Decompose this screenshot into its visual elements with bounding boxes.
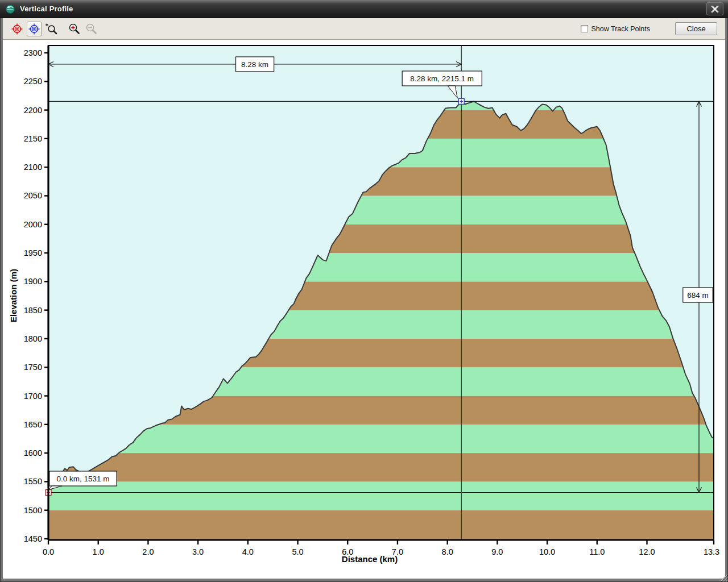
zoom-out-tool-button[interactable]: [84, 22, 98, 36]
show-track-points-field[interactable]: Show Track Points: [581, 25, 650, 33]
toolbar: Show Track Points Close: [3, 18, 725, 40]
svg-text:2150: 2150: [24, 134, 42, 143]
resize-grip-icon: [718, 572, 728, 582]
span-distance-label: 8.28 km: [236, 57, 274, 72]
svg-text:1600: 1600: [24, 448, 42, 458]
svg-text:2300: 2300: [24, 48, 42, 57]
toolbar-right-group: Show Track Points Close: [581, 22, 717, 35]
vertical-profile-chart[interactable]: 8.28 km684 m8.28 km, 2215.1 m0.0 km, 153…: [3, 40, 725, 579]
svg-text:8.28 km: 8.28 km: [241, 60, 268, 69]
show-track-points-label: Show Track Points: [591, 25, 650, 33]
svg-text:1650: 1650: [24, 420, 42, 429]
svg-text:1900: 1900: [24, 277, 42, 286]
svg-text:10.0: 10.0: [539, 547, 555, 556]
svg-text:11.0: 11.0: [589, 547, 605, 556]
svg-text:4.0: 4.0: [242, 547, 254, 556]
svg-text:0.0: 0.0: [43, 547, 54, 556]
svg-text:2200: 2200: [24, 106, 42, 115]
svg-text:9.0: 9.0: [491, 547, 503, 556]
resize-grip[interactable]: [718, 572, 728, 582]
svg-text:1550: 1550: [24, 477, 42, 486]
svg-text:8.0: 8.0: [442, 547, 453, 556]
red-crosshair-icon: [11, 23, 23, 35]
y-axis-title: Elevation (m): [9, 269, 18, 322]
titlebar: Vertical Profile: [0, 0, 728, 18]
start-point-label: 0.0 km, 1531 m: [49, 471, 117, 486]
zoom-out-icon: [85, 23, 97, 35]
peak-point-marker: [458, 98, 464, 104]
svg-text:684 m: 684 m: [687, 291, 709, 300]
close-button[interactable]: Close: [675, 22, 717, 35]
vertical-profile-window: Vertical Profile: [0, 0, 728, 582]
svg-text:1700: 1700: [24, 392, 42, 401]
svg-text:0.0 km, 1531 m: 0.0 km, 1531 m: [56, 475, 109, 483]
svg-text:2250: 2250: [24, 77, 42, 86]
measure-tool-red-button[interactable]: [10, 22, 24, 36]
app-icon: [5, 4, 15, 14]
svg-text:1450: 1450: [24, 534, 42, 543]
svg-text:1800: 1800: [24, 334, 42, 343]
x-axis-title: Distance (km): [342, 554, 398, 564]
window-title: Vertical Profile: [20, 5, 73, 13]
zoom-track-tool-button[interactable]: [44, 22, 59, 36]
svg-text:5.0: 5.0: [292, 547, 303, 556]
svg-text:1950: 1950: [24, 248, 42, 257]
svg-text:2050: 2050: [24, 191, 42, 200]
svg-text:1850: 1850: [24, 306, 42, 315]
svg-text:1750: 1750: [24, 363, 42, 372]
peak-point-label: 8.28 km, 2215.1 m: [402, 71, 482, 86]
svg-text:8.28 km, 2215.1 m: 8.28 km, 2215.1 m: [410, 74, 474, 83]
close-icon: [711, 6, 719, 13]
svg-text:1500: 1500: [24, 506, 42, 515]
svg-text:2000: 2000: [24, 220, 42, 229]
zoom-track-icon: [45, 23, 57, 35]
svg-text:2.0: 2.0: [142, 547, 154, 556]
blue-crosshair-icon: [28, 23, 40, 35]
height-difference-label: 684 m: [683, 288, 713, 302]
elevation-band: [48, 453, 714, 481]
svg-text:3.0: 3.0: [192, 547, 204, 556]
svg-text:1.0: 1.0: [93, 547, 104, 556]
measure-tool-blue-button[interactable]: [27, 22, 42, 36]
elevation-band: [48, 510, 714, 541]
window-close-button[interactable]: [706, 2, 723, 15]
zoom-in-tool-button[interactable]: [67, 22, 81, 36]
zoom-in-icon: [68, 23, 80, 35]
show-track-points-checkbox[interactable]: [581, 25, 588, 32]
svg-text:13.3: 13.3: [704, 547, 719, 556]
svg-text:12.0: 12.0: [639, 547, 655, 556]
svg-text:2100: 2100: [24, 163, 42, 172]
elevation-band: [48, 481, 714, 510]
chart-area: 8.28 km684 m8.28 km, 2215.1 m0.0 km, 153…: [3, 40, 725, 579]
